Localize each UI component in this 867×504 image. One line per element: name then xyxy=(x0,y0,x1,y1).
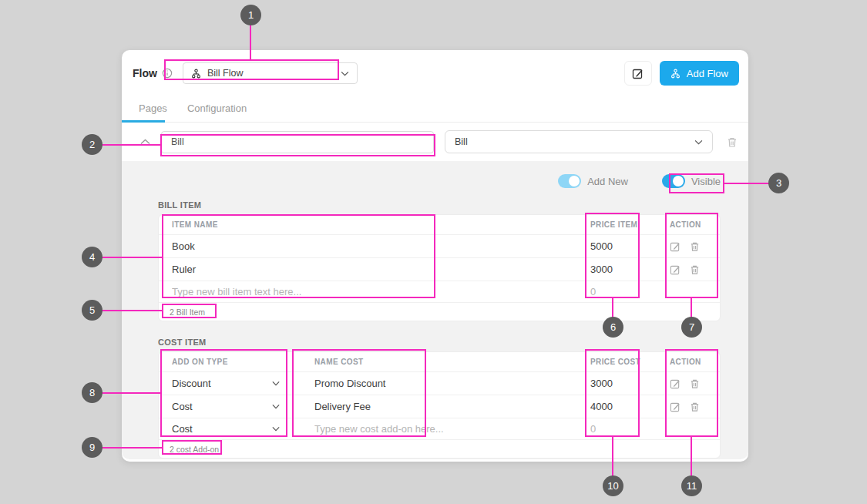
column-header-action: ACTION xyxy=(664,358,721,366)
edit-icon[interactable] xyxy=(670,378,680,389)
new-cost-item-row: Cost 0 xyxy=(159,418,720,439)
page-type-value: Bill xyxy=(455,136,468,147)
bill-table-header: ITEM NAME PRICE ITEM ACTION xyxy=(159,215,720,234)
new-cost-item-price[interactable]: 0 xyxy=(583,423,664,435)
cost-table-header: ADD ON TYPE NAME COST PRICE COST ACTION xyxy=(159,352,720,371)
column-header-item-name: ITEM NAME xyxy=(159,220,583,229)
trash-icon[interactable] xyxy=(690,241,700,252)
visible-toggle-label: Visible xyxy=(691,176,721,187)
callout-8: 8 xyxy=(82,382,102,403)
active-tab-indicator xyxy=(122,120,165,123)
trash-icon[interactable] xyxy=(690,264,700,275)
add-on-type-value: Discount xyxy=(172,378,211,389)
add-on-type-select[interactable]: Cost xyxy=(163,419,287,439)
flow-select-value: Bill Flow xyxy=(207,68,334,79)
cost-item-price: 4000 xyxy=(583,401,664,412)
toggle-switch[interactable] xyxy=(662,174,685,188)
cost-item-name: Delivery Fee xyxy=(301,401,583,412)
chevron-down-icon xyxy=(272,381,280,386)
new-bill-item-row: 0 xyxy=(159,281,720,302)
chevron-down-icon xyxy=(694,139,703,145)
new-bill-item-input[interactable] xyxy=(159,286,562,297)
edit-icon[interactable] xyxy=(670,241,680,252)
table-row: Book 5000 xyxy=(159,234,720,257)
cost-item-section-title: COST ITEM xyxy=(158,338,721,347)
visible-toggle[interactable]: Visible xyxy=(662,174,721,188)
table-row: Ruler 3000 xyxy=(159,257,720,281)
chevron-down-icon xyxy=(341,71,349,76)
callout-4: 4 xyxy=(82,247,102,267)
add-flow-label: Add Flow xyxy=(687,68,728,79)
callout-5: 5 xyxy=(82,300,102,321)
callout-2: 2 xyxy=(82,134,102,155)
bill-item-name: Book xyxy=(159,240,583,252)
add-new-toggle[interactable]: Add New xyxy=(558,174,628,188)
bill-item-section-title: BILL ITEM xyxy=(158,200,721,210)
new-bill-item-price[interactable]: 0 xyxy=(583,286,664,297)
callout-3: 3 xyxy=(768,173,789,193)
bill-item-price: 5000 xyxy=(583,240,664,252)
toggle-switch[interactable] xyxy=(558,174,581,188)
tab-bar: Pages Configuration xyxy=(122,95,748,123)
add-on-type-value: Cost xyxy=(172,401,193,412)
bill-item-table: ITEM NAME PRICE ITEM ACTION Book 5000 xyxy=(158,214,721,321)
edit-flow-button[interactable] xyxy=(624,61,652,86)
column-header-add-on-type: ADD ON TYPE xyxy=(159,358,301,366)
callout-6: 6 xyxy=(603,317,623,338)
add-new-toggle-label: Add New xyxy=(587,176,628,187)
page-name-input[interactable] xyxy=(161,131,434,153)
bill-item-price: 3000 xyxy=(583,264,664,275)
tab-pages[interactable]: Pages xyxy=(139,102,167,114)
panel-header: Flow Bill Flow xyxy=(122,50,748,86)
flow-panel: Flow Bill Flow xyxy=(122,50,748,462)
edit-icon xyxy=(632,68,644,79)
cost-item-price: 3000 xyxy=(583,378,664,389)
flow-icon xyxy=(191,69,201,79)
flow-icon xyxy=(670,69,680,79)
page-row: Bill xyxy=(122,123,748,161)
add-flow-button[interactable]: Add Flow xyxy=(660,61,739,86)
callout-11: 11 xyxy=(681,475,702,496)
page-type-select[interactable]: Bill xyxy=(445,130,713,153)
table-row: Discount Promo Discount 3000 xyxy=(159,371,720,395)
bill-item-count-badge: 2 Bill Item xyxy=(159,302,720,321)
edit-icon[interactable] xyxy=(670,264,680,275)
trash-icon[interactable] xyxy=(690,378,700,389)
bill-item-name: Ruler xyxy=(159,264,583,275)
flow-select[interactable]: Bill Flow xyxy=(183,62,358,84)
column-header-action: ACTION xyxy=(664,220,721,229)
cost-item-count-badge: 2 cost Add-on xyxy=(159,439,720,458)
tab-configuration[interactable]: Configuration xyxy=(187,102,247,114)
table-row: Cost Delivery Fee 4000 xyxy=(159,395,720,418)
column-header-price-cost: PRICE COST xyxy=(583,358,664,366)
callout-9: 9 xyxy=(82,437,102,458)
add-on-type-value: Cost xyxy=(172,423,193,435)
screenshot-root: Flow Bill Flow xyxy=(0,0,867,504)
edit-icon[interactable] xyxy=(670,402,680,412)
trash-icon[interactable] xyxy=(727,136,738,148)
callout-10: 10 xyxy=(603,475,623,496)
chevron-down-icon xyxy=(272,404,280,409)
chevron-up-icon[interactable] xyxy=(140,139,150,145)
page-detail-section: Add New Visible BILL ITEM ITEM NAME PRIC… xyxy=(122,161,748,459)
callout-1: 1 xyxy=(240,5,261,25)
callout-7: 7 xyxy=(681,317,702,338)
chevron-down-icon xyxy=(272,426,280,432)
cost-item-table: ADD ON TYPE NAME COST PRICE COST ACTION … xyxy=(158,351,721,459)
new-cost-item-input[interactable] xyxy=(301,423,569,435)
trash-icon[interactable] xyxy=(690,402,700,412)
column-header-price-item: PRICE ITEM xyxy=(583,220,664,229)
add-on-type-select[interactable]: Cost xyxy=(163,397,287,417)
add-on-type-select[interactable]: Discount xyxy=(163,374,287,394)
flow-label: Flow xyxy=(133,67,157,79)
info-icon[interactable] xyxy=(162,68,173,79)
toggles-row: Add New Visible xyxy=(158,172,721,190)
cost-item-name: Promo Discount xyxy=(301,378,583,389)
column-header-name-cost: NAME COST xyxy=(301,358,583,366)
